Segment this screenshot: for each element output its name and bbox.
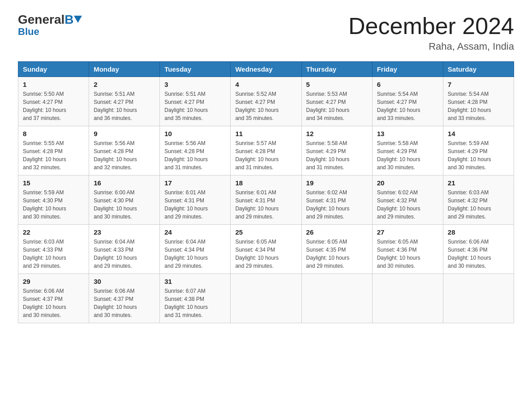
- col-thursday: Thursday: [301, 62, 372, 77]
- month-year-title: December 2024: [348, 13, 514, 39]
- day-info: Sunrise: 5:54 AMSunset: 4:28 PMDaylight:…: [448, 91, 491, 121]
- day-number: 11: [235, 130, 296, 137]
- table-row: 11Sunrise: 5:57 AMSunset: 4:28 PMDayligh…: [231, 126, 301, 176]
- calendar-table: Sunday Monday Tuesday Wednesday Thursday…: [18, 61, 514, 323]
- day-info: Sunrise: 6:04 AMSunset: 4:33 PMDaylight:…: [94, 239, 137, 269]
- day-number: 24: [164, 228, 226, 236]
- day-number: 4: [235, 81, 296, 88]
- title-block: December 2024 Raha, Assam, India: [348, 13, 514, 52]
- day-number: 2: [94, 81, 155, 88]
- table-row: [372, 274, 443, 323]
- day-number: 10: [164, 130, 226, 137]
- col-tuesday: Tuesday: [160, 62, 231, 77]
- col-saturday: Saturday: [443, 62, 514, 77]
- table-row: 25Sunrise: 6:05 AMSunset: 4:34 PMDayligh…: [231, 225, 301, 274]
- day-info: Sunrise: 6:05 AMSunset: 4:34 PMDaylight:…: [235, 239, 279, 269]
- day-number: 21: [448, 179, 509, 187]
- table-row: [301, 274, 372, 323]
- day-info: Sunrise: 6:01 AMSunset: 4:31 PMDaylight:…: [164, 189, 208, 220]
- table-row: 28Sunrise: 6:06 AMSunset: 4:36 PMDayligh…: [443, 225, 514, 274]
- table-row: 3Sunrise: 5:51 AMSunset: 4:27 PMDaylight…: [160, 77, 231, 126]
- table-row: 24Sunrise: 6:04 AMSunset: 4:34 PMDayligh…: [160, 225, 231, 274]
- table-row: 8Sunrise: 5:55 AMSunset: 4:28 PMDaylight…: [18, 126, 89, 176]
- day-info: Sunrise: 6:06 AMSunset: 4:37 PMDaylight:…: [94, 288, 137, 318]
- day-number: 27: [377, 228, 438, 236]
- day-number: 9: [94, 130, 155, 137]
- table-row: 20Sunrise: 6:02 AMSunset: 4:32 PMDayligh…: [372, 176, 443, 225]
- table-row: 10Sunrise: 5:56 AMSunset: 4:28 PMDayligh…: [160, 126, 231, 176]
- calendar-week-row: 1Sunrise: 5:50 AMSunset: 4:27 PMDaylight…: [18, 77, 514, 126]
- day-number: 31: [164, 278, 226, 285]
- day-number: 26: [306, 228, 368, 236]
- day-info: Sunrise: 5:56 AMSunset: 4:28 PMDaylight:…: [164, 140, 208, 171]
- day-number: 1: [23, 81, 84, 88]
- table-row: 12Sunrise: 5:58 AMSunset: 4:29 PMDayligh…: [301, 126, 372, 176]
- day-number: 15: [23, 179, 84, 187]
- day-number: 5: [306, 81, 368, 88]
- day-info: Sunrise: 6:01 AMSunset: 4:31 PMDaylight:…: [235, 189, 279, 220]
- table-row: 27Sunrise: 6:05 AMSunset: 4:36 PMDayligh…: [372, 225, 443, 274]
- day-number: 12: [306, 130, 368, 137]
- table-row: 6Sunrise: 5:54 AMSunset: 4:27 PMDaylight…: [372, 77, 443, 126]
- logo: GeneralB Blue: [18, 13, 82, 38]
- col-monday: Monday: [89, 62, 160, 77]
- col-sunday: Sunday: [18, 62, 89, 77]
- table-row: 4Sunrise: 5:52 AMSunset: 4:27 PMDaylight…: [231, 77, 301, 126]
- table-row: 5Sunrise: 5:53 AMSunset: 4:27 PMDaylight…: [301, 77, 372, 126]
- day-number: 17: [164, 179, 226, 187]
- day-info: Sunrise: 5:50 AMSunset: 4:27 PMDaylight:…: [23, 91, 66, 121]
- day-number: 18: [235, 179, 296, 187]
- table-row: 7Sunrise: 5:54 AMSunset: 4:28 PMDaylight…: [443, 77, 514, 126]
- day-number: 25: [235, 228, 296, 236]
- table-row: 1Sunrise: 5:50 AMSunset: 4:27 PMDaylight…: [18, 77, 89, 126]
- table-row: 30Sunrise: 6:06 AMSunset: 4:37 PMDayligh…: [89, 274, 160, 323]
- location-subtitle: Raha, Assam, India: [348, 41, 514, 52]
- day-number: 14: [448, 130, 509, 137]
- logo-text: GeneralB: [18, 13, 82, 26]
- table-row: 19Sunrise: 6:02 AMSunset: 4:31 PMDayligh…: [301, 176, 372, 225]
- day-number: 20: [377, 179, 438, 187]
- day-info: Sunrise: 6:00 AMSunset: 4:30 PMDaylight:…: [94, 189, 137, 220]
- day-info: Sunrise: 5:59 AMSunset: 4:30 PMDaylight:…: [23, 189, 66, 220]
- day-number: 30: [94, 278, 155, 285]
- table-row: 17Sunrise: 6:01 AMSunset: 4:31 PMDayligh…: [160, 176, 231, 225]
- calendar-week-row: 15Sunrise: 5:59 AMSunset: 4:30 PMDayligh…: [18, 176, 514, 225]
- day-info: Sunrise: 6:03 AMSunset: 4:32 PMDaylight:…: [448, 189, 491, 220]
- day-number: 23: [94, 228, 155, 236]
- calendar-header-row: Sunday Monday Tuesday Wednesday Thursday…: [18, 62, 514, 77]
- table-row: 14Sunrise: 5:59 AMSunset: 4:29 PMDayligh…: [443, 126, 514, 176]
- day-info: Sunrise: 5:59 AMSunset: 4:29 PMDaylight:…: [448, 140, 491, 171]
- calendar-week-row: 22Sunrise: 6:03 AMSunset: 4:33 PMDayligh…: [18, 225, 514, 274]
- day-number: 16: [94, 179, 155, 187]
- table-row: [231, 274, 301, 323]
- day-info: Sunrise: 6:05 AMSunset: 4:35 PMDaylight:…: [306, 239, 350, 269]
- day-info: Sunrise: 6:03 AMSunset: 4:33 PMDaylight:…: [23, 239, 66, 269]
- day-info: Sunrise: 6:02 AMSunset: 4:31 PMDaylight:…: [306, 189, 350, 220]
- table-row: 23Sunrise: 6:04 AMSunset: 4:33 PMDayligh…: [89, 225, 160, 274]
- day-number: 6: [377, 81, 438, 88]
- day-info: Sunrise: 5:56 AMSunset: 4:28 PMDaylight:…: [94, 140, 137, 171]
- day-info: Sunrise: 5:51 AMSunset: 4:27 PMDaylight:…: [164, 91, 208, 121]
- table-row: 16Sunrise: 6:00 AMSunset: 4:30 PMDayligh…: [89, 176, 160, 225]
- table-row: 13Sunrise: 5:58 AMSunset: 4:29 PMDayligh…: [372, 126, 443, 176]
- table-row: 31Sunrise: 6:07 AMSunset: 4:38 PMDayligh…: [160, 274, 231, 323]
- calendar-week-row: 8Sunrise: 5:55 AMSunset: 4:28 PMDaylight…: [18, 126, 514, 176]
- table-row: 22Sunrise: 6:03 AMSunset: 4:33 PMDayligh…: [18, 225, 89, 274]
- calendar-week-row: 29Sunrise: 6:06 AMSunset: 4:37 PMDayligh…: [18, 274, 514, 323]
- day-info: Sunrise: 5:54 AMSunset: 4:27 PMDaylight:…: [377, 91, 420, 121]
- day-number: 28: [448, 228, 509, 236]
- day-info: Sunrise: 5:52 AMSunset: 4:27 PMDaylight:…: [235, 91, 279, 121]
- table-row: 15Sunrise: 5:59 AMSunset: 4:30 PMDayligh…: [18, 176, 89, 225]
- table-row: [443, 274, 514, 323]
- day-info: Sunrise: 5:55 AMSunset: 4:28 PMDaylight:…: [23, 140, 66, 171]
- day-info: Sunrise: 6:02 AMSunset: 4:32 PMDaylight:…: [377, 189, 420, 220]
- table-row: 21Sunrise: 6:03 AMSunset: 4:32 PMDayligh…: [443, 176, 514, 225]
- logo-blue: Blue: [18, 26, 39, 38]
- table-row: 18Sunrise: 6:01 AMSunset: 4:31 PMDayligh…: [231, 176, 301, 225]
- day-info: Sunrise: 5:53 AMSunset: 4:27 PMDaylight:…: [306, 91, 350, 121]
- table-row: 2Sunrise: 5:51 AMSunset: 4:27 PMDaylight…: [89, 77, 160, 126]
- day-info: Sunrise: 6:06 AMSunset: 4:36 PMDaylight:…: [448, 239, 491, 269]
- day-number: 8: [23, 130, 84, 137]
- day-info: Sunrise: 5:51 AMSunset: 4:27 PMDaylight:…: [94, 91, 137, 121]
- day-number: 29: [23, 278, 84, 285]
